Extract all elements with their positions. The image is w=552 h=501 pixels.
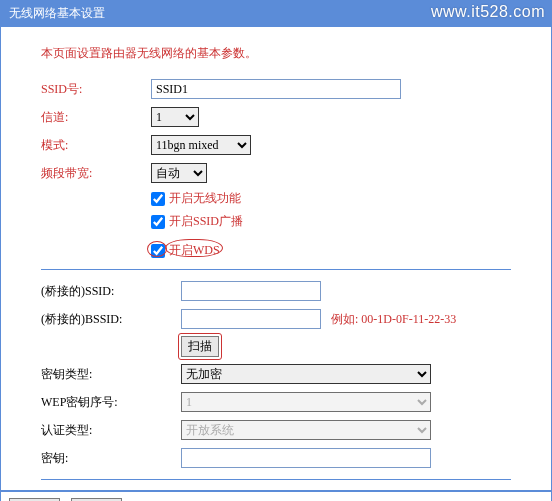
row-enable-wds: 开启WDS — [151, 242, 541, 259]
enable-wds-label: 开启WDS — [169, 243, 220, 257]
enable-ssid-broadcast-checkbox[interactable] — [151, 215, 165, 229]
enable-ssid-broadcast-label: 开启SSID广播 — [169, 213, 243, 230]
ssid-label: SSID号: — [41, 78, 151, 100]
key-type-select[interactable]: 无加密 — [181, 364, 431, 384]
key-input[interactable] — [181, 448, 431, 468]
bssid-example: 例如: 00-1D-0F-11-22-33 — [331, 311, 456, 328]
channel-label: 信道: — [41, 106, 151, 128]
intro-text: 本页面设置路由器无线网络的基本参数。 — [41, 45, 541, 62]
row-scan: 扫描 — [41, 336, 541, 357]
mode-label: 模式: — [41, 134, 151, 156]
row-bridge-bssid: (桥接的)BSSID: 例如: 00-1D-0F-11-22-33 — [41, 308, 541, 330]
bridge-ssid-input[interactable] — [181, 281, 321, 301]
enable-wireless-checkbox[interactable] — [151, 192, 165, 206]
bandwidth-label: 频段带宽: — [41, 162, 151, 184]
key-label: 密钥: — [41, 447, 181, 469]
row-key: 密钥: — [41, 447, 541, 469]
channel-select[interactable]: 1 — [151, 107, 199, 127]
row-wep-index: WEP密钥序号: 1 — [41, 391, 541, 413]
section-divider-2 — [41, 479, 511, 480]
bridge-bssid-input[interactable] — [181, 309, 321, 329]
wep-index-select: 1 — [181, 392, 431, 412]
section-divider — [41, 269, 511, 270]
footer-bar: 保 存 帮 助 — [0, 491, 552, 501]
ssid-input[interactable] — [151, 79, 401, 99]
auth-type-select: 开放系统 — [181, 420, 431, 440]
scan-button[interactable]: 扫描 — [181, 336, 219, 357]
auth-type-label: 认证类型: — [41, 419, 181, 441]
scan-highlight: 扫描 — [181, 336, 219, 357]
row-mode: 模式: 11bgn mixed — [41, 134, 541, 156]
watermark: www.it528.com — [431, 3, 545, 21]
bridge-bssid-label: (桥接的)BSSID: — [41, 308, 181, 330]
mode-select[interactable]: 11bgn mixed — [151, 135, 251, 155]
key-type-label: 密钥类型: — [41, 363, 181, 385]
row-channel: 信道: 1 — [41, 106, 541, 128]
bandwidth-select[interactable]: 自动 — [151, 163, 207, 183]
row-ssid: SSID号: — [41, 78, 541, 100]
wep-index-label: WEP密钥序号: — [41, 391, 181, 413]
bridge-ssid-label: (桥接的)SSID: — [41, 280, 181, 302]
title-bar: 无线网络基本设置 www.it528.com — [0, 0, 552, 27]
window-title: 无线网络基本设置 — [9, 6, 105, 20]
row-enable-wireless: 开启无线功能 — [151, 190, 541, 207]
settings-panel: 本页面设置路由器无线网络的基本参数。 SSID号: 信道: 1 模式: 11bg… — [0, 27, 552, 491]
row-bandwidth: 频段带宽: 自动 — [41, 162, 541, 184]
enable-wds-checkbox[interactable] — [151, 244, 165, 258]
enable-wireless-label: 开启无线功能 — [169, 190, 241, 207]
row-key-type: 密钥类型: 无加密 — [41, 363, 541, 385]
row-enable-ssid-broadcast: 开启SSID广播 — [151, 213, 541, 230]
row-bridge-ssid: (桥接的)SSID: — [41, 280, 541, 302]
row-auth-type: 认证类型: 开放系统 — [41, 419, 541, 441]
